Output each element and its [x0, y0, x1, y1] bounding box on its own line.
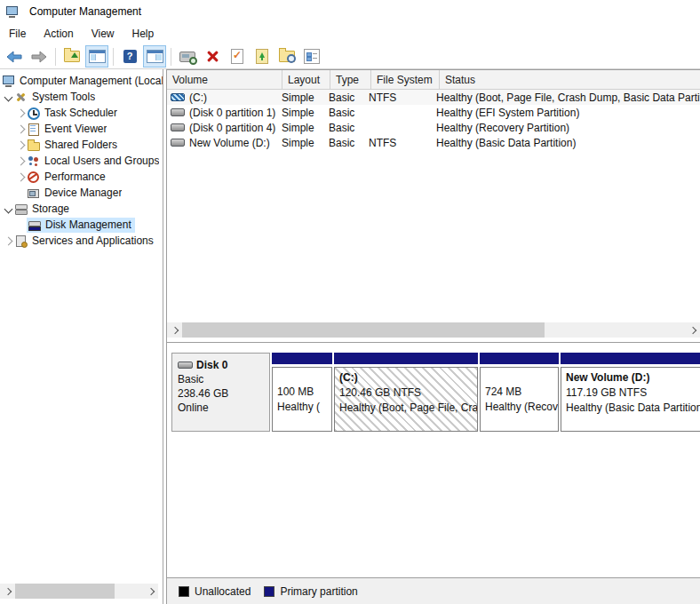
disk-status: Online — [178, 401, 266, 415]
users-icon — [27, 155, 41, 168]
back-button[interactable] — [3, 45, 26, 68]
menu-file[interactable]: File — [0, 25, 35, 43]
scroll-left-arrow-icon[interactable] — [167, 322, 182, 338]
toolbar-separator — [171, 48, 171, 66]
tools-icon — [14, 91, 28, 104]
tree-item-device-manager[interactable]: Device Manager — [0, 185, 163, 201]
column-header-file-system[interactable]: File System — [371, 70, 440, 89]
properties-list-icon — [304, 49, 320, 64]
menu-help[interactable]: Help — [123, 25, 163, 43]
volume-row-new-volume-d[interactable]: New Volume (D:) Simple Basic NTFS Health… — [167, 135, 700, 150]
move-up-button[interactable] — [251, 45, 274, 68]
chevron-down-icon[interactable] — [4, 204, 12, 213]
disk-kind: Basic — [178, 372, 266, 386]
chevron-right-icon[interactable] — [4, 236, 12, 245]
menu-view[interactable]: View — [83, 25, 123, 43]
scrollbar-thumb[interactable] — [182, 322, 545, 338]
tree-item-storage[interactable]: Storage — [0, 201, 163, 217]
delete-button[interactable] — [201, 45, 224, 68]
back-icon — [6, 51, 22, 63]
disk-0-row: Disk 0 Basic 238.46 GB Online 100 MB Hea… — [171, 353, 700, 432]
console-tree-panel: Computer Management (Local System Tools … — [0, 69, 163, 604]
column-header-status[interactable]: Status — [440, 70, 700, 89]
volume-icon — [171, 108, 185, 116]
volume-icon — [171, 139, 185, 147]
volume-list-horizontal-scrollbar[interactable] — [167, 322, 700, 338]
check-document-button[interactable]: ✓ — [226, 45, 249, 68]
disk-icon — [178, 362, 193, 369]
move-up-icon — [256, 49, 268, 64]
legend-unallocated: Unallocated — [179, 585, 251, 598]
volume-row-disk0-partition4[interactable]: (Disk 0 partition 4) Simple Basic Health… — [167, 120, 700, 135]
check-document-icon: ✓ — [231, 49, 243, 64]
graphical-disk-view: Disk 0 Basic 238.46 GB Online 100 MB Hea… — [167, 347, 700, 577]
volume-row-disk0-partition1[interactable]: (Disk 0 partition 1) Simple Basic Health… — [167, 105, 700, 120]
title-bar: Computer Management — [0, 0, 700, 23]
rescan-disks-button[interactable] — [176, 45, 199, 68]
scroll-right-arrow-icon[interactable] — [685, 322, 700, 338]
chevron-right-icon[interactable] — [16, 172, 25, 181]
partition-new-volume-d[interactable]: New Volume (D:) 117.19 GB NTFS Healthy (… — [561, 353, 700, 432]
delete-icon — [206, 50, 219, 63]
volume-icon — [171, 123, 185, 131]
tree-item-services-and-applications[interactable]: Services and Applications — [0, 233, 163, 249]
tree-item-shared-folders[interactable]: Shared Folders — [0, 137, 163, 153]
scrollbar-thumb[interactable] — [15, 584, 115, 599]
show-action-pane-button[interactable] — [143, 45, 166, 68]
services-icon — [14, 234, 28, 248]
computer-icon — [2, 75, 16, 88]
volume-hatched-icon — [171, 93, 185, 101]
show-console-tree-button[interactable] — [85, 45, 108, 68]
volume-row-c[interactable]: (C:) Simple Basic NTFS Healthy (Boot, Pa… — [167, 90, 700, 105]
tree-item-system-tools[interactable]: System Tools — [0, 89, 163, 105]
toolbar-separator — [113, 48, 114, 66]
properties-list-button[interactable] — [300, 45, 323, 68]
primary-partition-swatch-icon — [264, 586, 274, 597]
partition-c-selected[interactable]: (C:) 120.46 GB NTFS Healthy (Boot, Page … — [334, 353, 478, 432]
up-one-level-icon — [64, 51, 80, 62]
partition-recovery[interactable]: 724 MB Healthy (Recov — [480, 353, 559, 432]
chevron-down-icon[interactable] — [4, 92, 12, 101]
device-manager-icon — [27, 187, 41, 200]
tree-item-local-users-and-groups[interactable]: Local Users and Groups — [0, 153, 163, 169]
details-panel: Volume Layout Type File System Status (C… — [166, 69, 700, 604]
toolbar: ? ✓ — [0, 44, 700, 69]
menu-bar: File Action View Help — [0, 23, 700, 44]
explore-icon — [279, 51, 295, 62]
column-header-volume[interactable]: Volume — [167, 70, 282, 89]
forward-button[interactable] — [28, 45, 51, 68]
explore-button[interactable] — [275, 45, 298, 68]
forward-icon — [31, 51, 47, 63]
scroll-left-arrow-icon[interactable] — [0, 584, 15, 599]
help-button[interactable]: ? — [118, 45, 141, 68]
tree-item-disk-management[interactable]: Disk Management — [0, 217, 163, 233]
tree-item-event-viewer[interactable]: Event Viewer — [0, 121, 163, 137]
partition-efi[interactable]: 100 MB Healthy ( — [272, 353, 332, 432]
column-header-layout[interactable]: Layout — [282, 70, 330, 89]
tree-item-task-scheduler[interactable]: Task Scheduler — [0, 105, 163, 121]
performance-icon — [27, 171, 41, 184]
tree-item-computer-management[interactable]: Computer Management (Local — [0, 73, 163, 89]
menu-action[interactable]: Action — [35, 25, 82, 43]
shared-folder-icon — [27, 139, 41, 152]
partition-color-bar — [480, 353, 559, 364]
up-one-level-button[interactable] — [60, 45, 84, 68]
legend-primary-partition: Primary partition — [264, 585, 357, 598]
chevron-right-icon[interactable] — [16, 124, 25, 133]
disk-0-label-panel[interactable]: Disk 0 Basic 238.46 GB Online — [171, 353, 270, 432]
volume-list-header: Volume Layout Type File System Status — [167, 70, 700, 90]
tree-item-performance[interactable]: Performance — [0, 169, 163, 185]
rescan-disks-icon — [179, 52, 195, 62]
show-action-pane-icon — [147, 50, 163, 63]
tree-horizontal-scrollbar[interactable] — [0, 584, 158, 599]
window-title: Computer Management — [29, 5, 141, 18]
column-header-type[interactable]: Type — [330, 70, 371, 89]
tree-selection-highlight: Disk Management — [27, 218, 135, 233]
chevron-right-icon[interactable] — [16, 156, 25, 165]
storage-icon — [14, 203, 28, 216]
chevron-right-icon[interactable] — [16, 140, 25, 149]
app-icon — [5, 5, 20, 19]
scroll-right-arrow-icon[interactable] — [143, 584, 158, 599]
partition-color-bar — [561, 353, 700, 364]
chevron-right-icon[interactable] — [16, 108, 25, 117]
